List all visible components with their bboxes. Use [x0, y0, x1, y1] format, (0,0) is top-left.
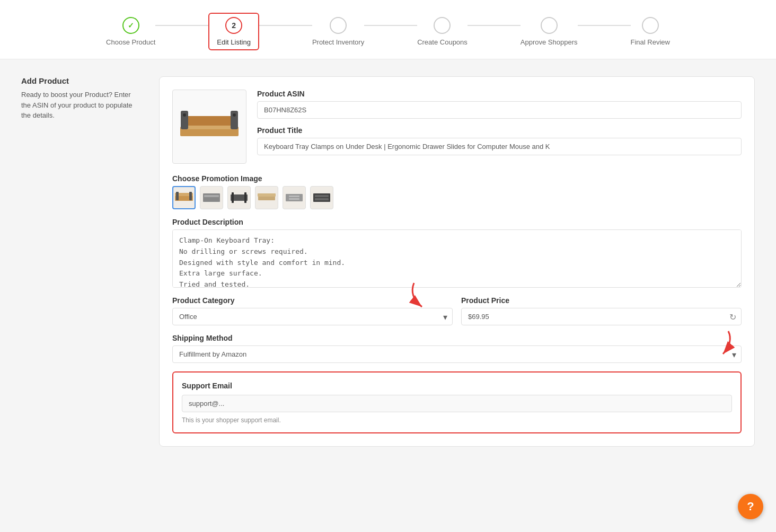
title-field-group: Product Title: [257, 126, 742, 155]
shipping-label: Shipping Method: [172, 334, 742, 342]
refresh-icon[interactable]: ↻: [729, 312, 736, 322]
step-final-review[interactable]: Final Review: [631, 17, 670, 46]
promo-thumb-icon-2: [202, 190, 221, 205]
shipping-field-group: Shipping Method Fulfillment by Amazon: [172, 334, 742, 363]
price-col: Product Price ↻: [461, 296, 742, 325]
step-circle-6: [642, 17, 659, 34]
shipping-select[interactable]: Fulfillment by Amazon: [172, 345, 742, 363]
support-email-section: Support Email This is your shopper suppo…: [172, 371, 742, 433]
svg-rect-18: [286, 194, 303, 201]
step-choose-product[interactable]: ✓ Choose Product: [106, 17, 155, 46]
add-product-title: Add Product: [21, 76, 138, 85]
step-label-6: Final Review: [631, 38, 670, 46]
price-input[interactable]: [461, 308, 742, 325]
step-label-3: Protect Inventory: [312, 38, 364, 46]
promo-images-list: [172, 186, 742, 209]
svg-rect-17: [258, 193, 276, 197]
price-label: Product Price: [461, 296, 742, 305]
svg-rect-10: [176, 192, 179, 200]
connector-1-2: [155, 25, 208, 26]
step-create-coupons[interactable]: Create Coupons: [417, 17, 468, 46]
product-image-box: [172, 90, 246, 164]
promo-thumb-icon-6: [312, 190, 331, 205]
step-label-1: Choose Product: [106, 38, 155, 46]
promo-thumb-2[interactable]: [200, 186, 223, 209]
step-circle-4: [434, 17, 451, 34]
promo-thumb-6[interactable]: [310, 186, 333, 209]
step-label-2: Edit Listing: [217, 38, 251, 46]
step-circle-1: ✓: [122, 17, 139, 34]
svg-rect-14: [244, 192, 246, 203]
promo-thumb-icon-1: [174, 190, 193, 205]
title-label: Product Title: [257, 126, 742, 135]
promo-thumb-icon-4: [257, 190, 276, 205]
category-price-section: Product Category Office Product Price ↻: [172, 296, 742, 325]
svg-rect-21: [313, 193, 330, 202]
support-email-hint: This is your shopper support email.: [182, 416, 732, 424]
connector-5-6: [578, 25, 631, 26]
asin-field-group: Product ASIN: [257, 90, 742, 119]
promo-thumb-4[interactable]: [255, 186, 278, 209]
svg-rect-23: [315, 198, 329, 200]
support-email-input-wrapper: [182, 395, 732, 412]
step-circle-3: [330, 17, 347, 34]
category-col: Product Category Office: [172, 296, 453, 325]
step-circle-2: 2: [225, 17, 242, 34]
description-label: Product Description: [172, 218, 742, 226]
svg-rect-22: [315, 195, 329, 197]
main-content: Add Product Ready to boost your Product?…: [0, 59, 776, 464]
asin-label: Product ASIN: [257, 90, 742, 98]
svg-rect-12: [204, 195, 219, 197]
help-button[interactable]: ?: [738, 494, 763, 519]
step-active-box: 2 Edit Listing: [208, 13, 259, 50]
svg-rect-15: [232, 192, 234, 203]
svg-point-5: [233, 113, 236, 117]
form-panel: Product ASIN Product Title Choose Promot…: [159, 76, 755, 447]
promo-thumb-icon-5: [285, 190, 304, 205]
asin-input[interactable]: [257, 101, 742, 119]
left-panel: Add Product Ready to boost your Product?…: [21, 76, 138, 447]
promo-thumb-1[interactable]: [172, 186, 196, 209]
svg-rect-20: [289, 198, 299, 200]
shipping-section: Shipping Method Fulfillment by Amazon: [172, 334, 742, 363]
promo-thumb-5[interactable]: [283, 186, 306, 209]
promo-thumb-icon-3: [230, 190, 249, 205]
price-input-wrapper: ↻: [461, 308, 742, 325]
svg-rect-19: [289, 196, 299, 197]
promo-image-label: Choose Promotion Image: [172, 174, 742, 183]
step-approve-shoppers[interactable]: Approve Shoppers: [521, 17, 578, 46]
description-textarea[interactable]: Clamp-On Keyboard Tray: No drilling or s…: [172, 229, 742, 288]
svg-point-6: [183, 113, 186, 117]
category-select-wrapper: Office: [172, 308, 453, 325]
step-protect-inventory[interactable]: Protect Inventory: [312, 17, 364, 46]
step-edit-listing[interactable]: 2 Edit Listing: [208, 13, 259, 50]
category-label: Product Category: [172, 296, 453, 305]
promo-image-group: Choose Promotion Image: [172, 174, 742, 209]
step-label-4: Create Coupons: [417, 38, 468, 46]
connector-2-3: [259, 25, 312, 26]
svg-rect-11: [203, 193, 220, 202]
support-email-input[interactable]: [182, 395, 732, 412]
add-product-description: Ready to boost your Product? Enter the A…: [21, 90, 138, 121]
promo-thumb-3[interactable]: [227, 186, 251, 209]
product-top-section: Product ASIN Product Title: [172, 90, 742, 164]
support-email-label: Support Email: [182, 382, 232, 390]
category-price-row: Product Category Office Product Price ↻: [172, 296, 742, 325]
svg-rect-9: [189, 192, 192, 200]
svg-rect-2: [182, 116, 237, 126]
title-input[interactable]: [257, 138, 742, 155]
connector-4-5: [468, 25, 521, 26]
shipping-select-wrapper: Fulfillment by Amazon: [172, 345, 742, 363]
category-select[interactable]: Office: [172, 308, 453, 325]
description-field-group: Product Description Clamp-On Keyboard Tr…: [172, 218, 742, 288]
step-label-5: Approve Shoppers: [521, 38, 578, 46]
product-fields: Product ASIN Product Title: [257, 90, 742, 164]
stepper-container: ✓ Choose Product 2 Edit Listing Protect …: [0, 0, 776, 59]
step-circle-5: [541, 17, 558, 34]
connector-3-4: [364, 25, 417, 26]
stepper: ✓ Choose Product 2 Edit Listing Protect …: [106, 13, 670, 50]
product-image: [178, 100, 241, 153]
